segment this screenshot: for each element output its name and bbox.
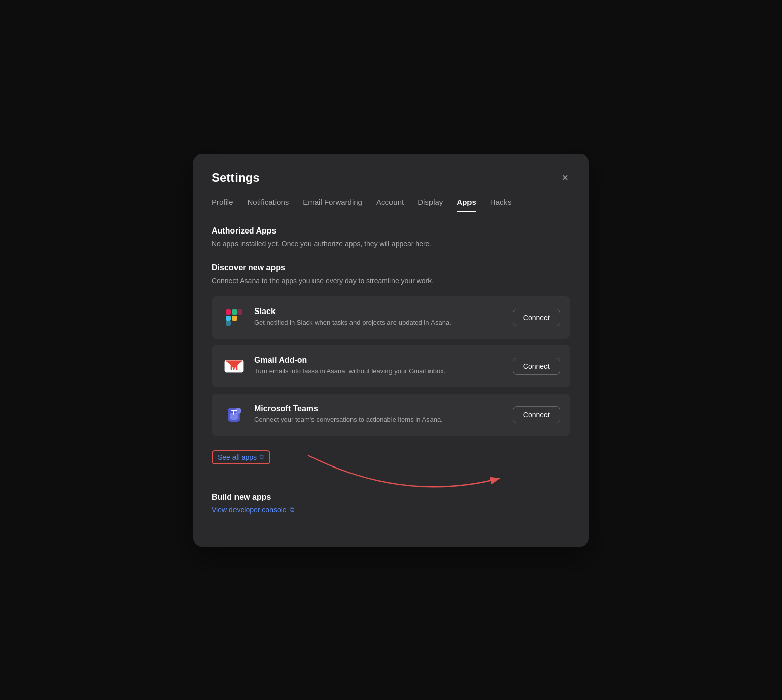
gmail-connect-button[interactable]: Connect xyxy=(513,358,560,375)
svg-rect-1 xyxy=(226,316,231,321)
tab-notifications[interactable]: Notifications xyxy=(248,198,289,212)
slack-app-description: Get notified in Slack when tasks and pro… xyxy=(254,318,504,327)
authorized-apps-section: Authorized Apps No apps installed yet. O… xyxy=(212,226,570,249)
settings-modal: Settings × Profile Notifications Email F… xyxy=(193,154,589,547)
slack-app-card: Slack Get notified in Slack when tasks a… xyxy=(212,296,570,339)
authorized-apps-description: No apps installed yet. Once you authoriz… xyxy=(212,239,570,249)
authorized-apps-title: Authorized Apps xyxy=(212,226,570,236)
dev-console-label: View developer console xyxy=(212,505,287,514)
gmail-app-description: Turn emails into tasks in Asana, without… xyxy=(254,367,504,376)
gmail-app-card: M Gmail Add-on Turn emails into tasks in… xyxy=(212,345,570,387)
tabs-container: Profile Notifications Email Forwarding A… xyxy=(212,198,570,212)
svg-text:M: M xyxy=(230,362,238,372)
see-all-apps-container: See all apps ⧉ xyxy=(212,450,570,479)
tab-hacks[interactable]: Hacks xyxy=(490,198,512,212)
modal-header: Settings × xyxy=(212,170,570,185)
build-new-apps-section: Build new apps View developer console ⧉ xyxy=(212,493,570,514)
tab-display[interactable]: Display xyxy=(418,198,443,212)
gmail-app-info: Gmail Add-on Turn emails into tasks in A… xyxy=(254,356,504,376)
build-new-apps-title: Build new apps xyxy=(212,493,570,502)
view-developer-console-link[interactable]: View developer console ⧉ xyxy=(212,505,294,514)
teams-icon xyxy=(222,403,246,427)
tab-profile[interactable]: Profile xyxy=(212,198,233,212)
gmail-icon: M xyxy=(222,354,246,378)
slack-app-name: Slack xyxy=(254,307,504,316)
close-button[interactable]: × xyxy=(560,170,570,185)
teams-connect-button[interactable]: Connect xyxy=(513,406,560,423)
dev-console-external-icon: ⧉ xyxy=(290,505,294,514)
tab-apps[interactable]: Apps xyxy=(457,198,476,212)
discover-apps-description: Connect Asana to the apps you use every … xyxy=(212,276,570,286)
svg-rect-0 xyxy=(226,309,231,315)
discover-apps-title: Discover new apps xyxy=(212,263,570,273)
svg-rect-3 xyxy=(232,316,237,321)
teams-app-description: Connect your team's conversations to act… xyxy=(254,415,504,424)
slack-connect-button[interactable]: Connect xyxy=(513,309,560,326)
modal-title: Settings xyxy=(212,171,260,185)
gmail-app-name: Gmail Add-on xyxy=(254,356,504,365)
slack-icon xyxy=(222,305,246,330)
see-all-apps-link[interactable]: See all apps ⧉ xyxy=(212,450,270,464)
svg-rect-14 xyxy=(233,410,234,415)
teams-app-name: Microsoft Teams xyxy=(254,404,504,413)
svg-rect-2 xyxy=(232,309,237,315)
teams-app-card: Microsoft Teams Connect your team's conv… xyxy=(212,394,570,436)
svg-rect-5 xyxy=(226,321,231,326)
external-link-icon: ⧉ xyxy=(260,453,264,461)
tab-account[interactable]: Account xyxy=(376,198,404,212)
svg-rect-4 xyxy=(237,309,242,315)
see-all-apps-label: See all apps xyxy=(218,453,257,461)
discover-apps-section: Discover new apps Connect Asana to the a… xyxy=(212,263,570,436)
teams-app-info: Microsoft Teams Connect your team's conv… xyxy=(254,404,504,424)
slack-app-info: Slack Get notified in Slack when tasks a… xyxy=(254,307,504,327)
tab-email-forwarding[interactable]: Email Forwarding xyxy=(303,198,362,212)
modal-overlay: Settings × Profile Notifications Email F… xyxy=(0,0,782,700)
